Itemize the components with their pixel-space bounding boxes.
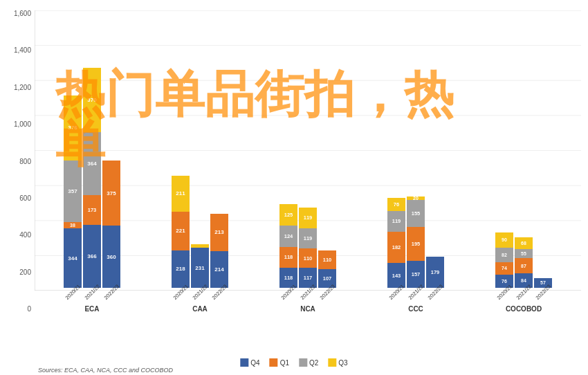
source-text: Sources: ECA, CAA, NCA, CCC and COCOBOD bbox=[38, 367, 173, 374]
y-axis: 0 200 400 600 800 1,000 1,200 1,400 1,60… bbox=[3, 10, 35, 313]
group-ccc: 143 182 119 76 157 195 155 20 179 2 bbox=[362, 196, 470, 313]
group-name-caa: CAA bbox=[192, 305, 208, 313]
legend-q3-label: Q3 bbox=[338, 359, 347, 367]
bar-eca-2021: 366 173 364 370 bbox=[83, 68, 101, 288]
y-label-400: 400 bbox=[19, 232, 31, 239]
bar-cocobod-2021: 84 87 55 68 bbox=[515, 237, 533, 289]
legend-q1: Q1 bbox=[270, 358, 289, 367]
group-nca: 118 118 124 125 117 110 119 119 107 110 bbox=[254, 204, 362, 313]
y-label-1400: 1,400 bbox=[14, 47, 31, 54]
legend-q4-label: Q4 bbox=[250, 359, 259, 367]
bar-ccc-2020: 143 182 119 76 bbox=[387, 198, 405, 288]
legend-q4-box bbox=[240, 358, 248, 367]
bar-ccc-2021: 157 195 155 20 bbox=[407, 196, 425, 288]
y-label-1600: 1,600 bbox=[14, 10, 31, 17]
bar-nca-2021: 117 110 119 119 bbox=[299, 208, 317, 288]
bar-nca-2022: 107 110 bbox=[318, 250, 336, 288]
y-label-0: 0 bbox=[27, 306, 31, 313]
legend-q1-label: Q1 bbox=[280, 359, 289, 367]
y-label-1000: 1,000 bbox=[14, 121, 31, 128]
legend-q3-box bbox=[328, 358, 336, 367]
group-eca: 344 38 357 376 366 173 364 370 360 375 bbox=[38, 68, 146, 313]
y-label-200: 200 bbox=[19, 269, 31, 276]
bar-caa-2022: 214 213 bbox=[210, 214, 228, 288]
group-name-nca: NCA bbox=[300, 305, 315, 313]
bar-cocobod-2020: 76 74 82 90 bbox=[495, 232, 513, 289]
y-label-600: 600 bbox=[19, 195, 31, 202]
legend-q4: Q4 bbox=[240, 358, 259, 367]
bar-ccc-2022: 179 bbox=[426, 257, 444, 288]
bar-eca-2022: 360 375 bbox=[102, 161, 120, 288]
chart-container: 热门单品街拍，热 单 0 200 400 600 800 1,000 1,200… bbox=[0, 0, 588, 375]
legend: Q4 Q1 Q2 Q3 bbox=[240, 358, 347, 367]
y-label-1200: 1,200 bbox=[14, 84, 31, 91]
y-label-800: 800 bbox=[19, 158, 31, 165]
legend-q1-box bbox=[270, 358, 278, 367]
group-name-cocobod: COCOBOD bbox=[506, 305, 542, 313]
group-cocobod: 76 74 82 90 84 87 55 68 57 2020/21 bbox=[470, 232, 578, 313]
bar-caa-2020: 218 221 211 bbox=[172, 176, 190, 289]
group-name-ccc: CCC bbox=[408, 305, 423, 313]
bar-nca-2020: 118 118 124 125 bbox=[279, 204, 297, 288]
legend-q2-box bbox=[299, 358, 307, 367]
bars-area: 344 38 357 376 366 173 364 370 360 375 bbox=[35, 10, 581, 313]
legend-q2: Q2 bbox=[299, 358, 318, 367]
group-caa: 218 221 211 231 214 213 2020/21 2021/22 bbox=[146, 176, 254, 313]
group-name-eca: ECA bbox=[84, 305, 99, 313]
legend-q3: Q3 bbox=[328, 358, 347, 367]
legend-q2-label: Q2 bbox=[309, 359, 318, 367]
bar-eca-2020: 344 38 357 376 bbox=[64, 95, 82, 289]
bar-caa-2021: 231 bbox=[191, 244, 209, 288]
